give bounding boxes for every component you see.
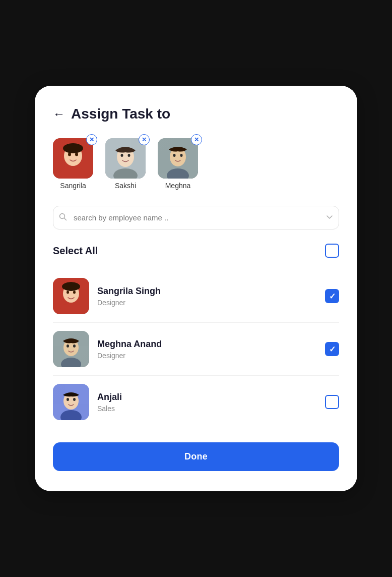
checkbox-anjali[interactable] [325,395,339,409]
employee-role-meghna-anand: Designer [97,352,317,360]
employee-row-sangrila-singh[interactable]: Sangrila Singh Designer [53,270,339,323]
employee-role-anjali: Sales [97,405,317,413]
assign-task-card: ← Assign Task to [35,86,357,491]
employee-list: Sangrila Singh Designer [53,270,339,428]
chip-avatar-meghna [158,138,198,179]
svg-point-10 [128,154,130,157]
employee-info-sangrila-singh: Sangrila Singh Designer [97,286,317,307]
svg-point-22 [73,291,76,294]
chip-sangrila[interactable]: ✕ Sangrila [53,138,93,190]
select-all-checkbox[interactable] [325,244,339,258]
page-title: Assign Task to [71,106,170,122]
employee-name-anjali: Anjali [97,392,317,402]
remove-sangrila-btn[interactable]: ✕ [86,134,97,145]
employee-row-anjali[interactable]: Anjali Sales [53,376,339,428]
remove-meghna-btn[interactable]: ✕ [191,134,202,145]
avatar-anjali [53,384,89,420]
employee-name-meghna-anand: Meghna Anand [97,339,317,350]
svg-point-33 [73,398,76,401]
chip-name-sangrila: Sangrila [60,182,86,190]
employee-info-anjali: Anjali Sales [97,392,317,413]
avatar-sangrila-singh [53,278,89,314]
svg-point-15 [180,154,183,157]
chip-name-sakshi: Sakshi [115,182,136,190]
svg-point-9 [121,154,123,157]
chip-meghna[interactable]: ✕ Meghna [158,138,198,190]
employee-info-meghna-anand: Meghna Anand Designer [97,339,317,360]
done-button[interactable]: Done [53,442,339,471]
avatar-meghna-anand [53,331,89,367]
svg-point-5 [63,143,83,153]
employee-name-sangrila-singh: Sangrila Singh [97,286,317,297]
dropdown-icon[interactable] [326,213,333,222]
search-icon [59,213,67,223]
svg-point-27 [67,344,69,348]
back-icon[interactable]: ← [53,107,65,121]
header: ← Assign Task to [53,106,339,122]
phone-container: ← Assign Task to [0,0,392,577]
svg-point-28 [73,344,76,348]
chip-avatar-sakshi [105,138,146,179]
chip-sakshi[interactable]: ✕ Sakshi [105,138,146,190]
checkbox-meghna-anand[interactable] [325,342,339,356]
chip-avatar-sangrila [53,138,93,179]
chip-name-meghna: Meghna [165,182,191,190]
employee-role-sangrila-singh: Designer [97,299,317,307]
selected-employees-row: ✕ Sangrila [53,138,339,190]
search-container [53,206,339,229]
employee-row-meghna-anand[interactable]: Meghna Anand Designer [53,323,339,376]
svg-point-23 [62,282,80,291]
svg-point-21 [67,291,69,294]
remove-sakshi-btn[interactable]: ✕ [139,134,150,145]
svg-line-17 [64,218,67,220]
search-input[interactable] [53,206,339,229]
select-all-row[interactable]: Select All [53,244,339,258]
svg-point-32 [67,398,69,401]
svg-point-14 [173,154,176,157]
checkbox-sangrila-singh[interactable] [325,289,339,303]
select-all-label: Select All [53,245,98,257]
